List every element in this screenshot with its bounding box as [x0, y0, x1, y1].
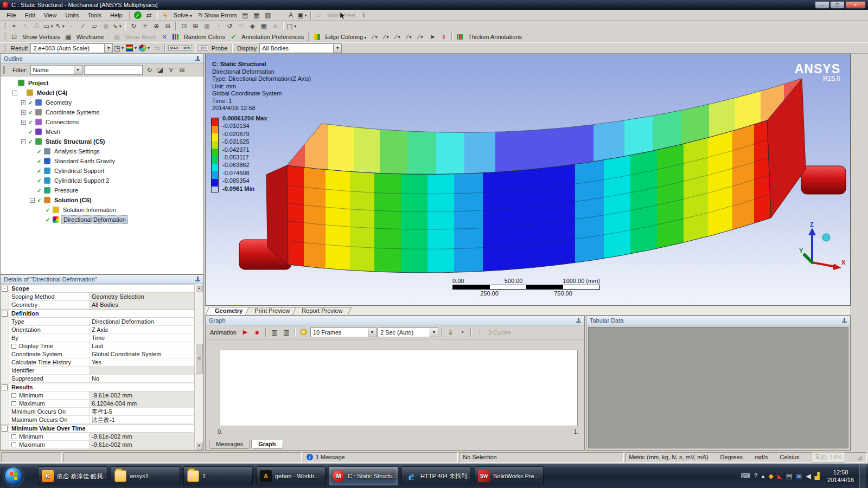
vertex-filter-icon[interactable]: ∙: [66, 21, 77, 31]
taskbar-item-kuwo[interactable]: K依恋-蔡淳佳-酷我...: [38, 466, 107, 486]
tree-expander-icon[interactable]: −: [21, 139, 26, 144]
filter-tree-icon[interactable]: ⋎: [166, 65, 177, 75]
new-chart-icon[interactable]: ▦: [251, 10, 262, 20]
tree-expander-icon[interactable]: −: [12, 91, 17, 95]
label-pick-icon[interactable]: ⌖: [9, 21, 20, 31]
show-vertices-button[interactable]: Show Vertices: [20, 34, 62, 40]
taskbar-item-workbench[interactable]: Ageban - Workb...: [256, 466, 326, 486]
restore-button[interactable]: □: [830, 1, 845, 9]
taskbar-item-ie[interactable]: eHTTP 404 未找到...: [401, 466, 471, 486]
edge-filter-icon[interactable]: ∕: [78, 21, 88, 31]
filter-type-select[interactable]: Name ▼: [30, 65, 82, 75]
menu-units[interactable]: Units: [61, 11, 83, 20]
display-select[interactable]: All Bodies▼: [259, 43, 342, 53]
zoom-out-icon[interactable]: ⊖: [162, 21, 173, 31]
new-section-plane-icon[interactable]: ▤: [240, 10, 251, 20]
details-row-minimum[interactable]: Minimum-9.61e-002 mm: [1, 391, 194, 400]
orientation-triad[interactable]: ZXY: [793, 221, 847, 275]
probe-button[interactable]: Probe: [209, 45, 229, 52]
outline-header[interactable]: Outline: [1, 54, 203, 63]
checkbox[interactable]: [11, 401, 16, 406]
details-row-identifier[interactable]: Identifier: [1, 367, 194, 375]
tree-item-mesh[interactable]: −✓Mesh: [1, 127, 203, 137]
checkbox[interactable]: [11, 393, 16, 398]
toolbar-grip[interactable]: [4, 33, 7, 41]
tray-volume-icon[interactable]: ◀: [806, 472, 811, 480]
tree-item-cylindrical-support[interactable]: −✓Cylindrical Support: [1, 166, 203, 176]
viewports-icon[interactable]: ▢▼: [286, 21, 297, 31]
tree-expander-icon[interactable]: +: [21, 100, 26, 105]
tray-help-icon[interactable]: ?: [754, 472, 758, 480]
details-scrollbar[interactable]: ▲ ▼: [194, 284, 203, 450]
wireframe-icon[interactable]: ▦: [63, 32, 74, 42]
details-row-by[interactable]: ByTime: [1, 334, 194, 342]
details-row-minimum-occurs-on[interactable]: Minimum Occurs On零件1-5: [1, 408, 194, 416]
details-value[interactable]: Last: [90, 342, 194, 350]
tab-print-preview[interactable]: Print Preview: [247, 307, 297, 315]
frames-select[interactable]: 10 Frames▼: [310, 328, 376, 337]
menu-help[interactable]: Help: [106, 11, 127, 20]
angular-velocity-unit[interactable]: rad/s: [755, 454, 768, 460]
zoom-time-icon[interactable]: ◔: [457, 328, 468, 337]
details-row-coordinate-system[interactable]: Coordinate SystemGlobal Coordinate Syste…: [1, 350, 194, 358]
annotation-preferences-icon[interactable]: ✓: [228, 32, 239, 42]
show-errors-button[interactable]: ?/ Show Errors: [195, 12, 239, 18]
annotation-preferences-button[interactable]: Annotation Preferences: [239, 34, 306, 40]
details-value[interactable]: 零件1-5: [90, 408, 194, 416]
tree-item-directional-deformation[interactable]: −✓Directional Deformation: [1, 215, 203, 224]
scroll-up-icon[interactable]: ▲: [195, 284, 203, 292]
tree-item-model-c4[interactable]: −✓Model (C4): [1, 88, 203, 98]
min-flag-icon[interactable]: MIN: [181, 43, 193, 53]
max-flag-icon[interactable]: MAX: [168, 43, 181, 53]
temperature-unit[interactable]: Celsius: [780, 454, 800, 460]
distributed-frames-icon[interactable]: ▥: [269, 328, 280, 337]
tree-item-solution-c6[interactable]: −✓Solution (C6): [1, 195, 203, 205]
graphics-viewport[interactable]: C: Static StructuralDirectional Deformat…: [205, 54, 851, 306]
zoom-icon[interactable]: ⊕: [151, 21, 162, 31]
geometry-display-icon[interactable]: ◳▼: [113, 43, 125, 53]
angle-unit[interactable]: Degrees: [720, 454, 743, 460]
tree-expander-icon[interactable]: +: [21, 110, 26, 115]
details-header[interactable]: Details of "Directional Deformation": [1, 275, 203, 284]
tree-item-project[interactable]: −✓Project: [1, 78, 203, 88]
checkbox[interactable]: [11, 442, 16, 447]
details-row-geometry[interactable]: GeometryAll Bodies: [1, 301, 194, 309]
details-value[interactable]: No: [90, 375, 194, 383]
previous-view-icon[interactable]: ↺: [224, 21, 235, 31]
tab-geometry[interactable]: Geometry: [207, 307, 250, 315]
details-row-calculate-time-history[interactable]: Calculate Time HistoryYes: [1, 358, 194, 367]
start-button[interactable]: [4, 467, 23, 485]
tree-item-coordinate-systems[interactable]: +✓Coordinate Systems: [1, 107, 203, 117]
status-message-segment[interactable]: i 1 Message: [303, 452, 458, 463]
image-capture-icon[interactable]: ▣▼: [297, 10, 308, 20]
pin-icon[interactable]: [195, 277, 200, 282]
thicken-annotations-button[interactable]: Thicken Annotations: [466, 34, 524, 40]
unit-system[interactable]: Metric (mm, kg, N, s, mV, mA): [629, 454, 708, 460]
tab-report-preview[interactable]: Report Preview: [294, 307, 350, 315]
taskbar-item-folder[interactable]: ansys1: [111, 466, 180, 486]
stop-icon[interactable]: ■: [252, 328, 263, 337]
tree-item-geometry[interactable]: +✓Geometry: [1, 98, 203, 107]
toolbar-grip[interactable]: [3, 66, 6, 74]
details-row-suppressed[interactable]: SuppressedNo: [1, 375, 194, 383]
wireframe-button[interactable]: Wireframe: [74, 34, 106, 40]
tray-sync-icon[interactable]: ▣: [796, 472, 802, 480]
edge-option-5-icon[interactable]: ∕▼: [416, 32, 426, 42]
tree-item-cylindrical-support-2[interactable]: −✓Cylindrical Support 2: [1, 176, 203, 185]
tray-clipboard-icon[interactable]: ▤: [786, 472, 792, 480]
duration-select[interactable]: 2 Sec (Auto)▼: [378, 328, 438, 337]
details-value[interactable]: 法兰改-1: [90, 416, 194, 424]
taskbar-item-folder[interactable]: 1: [183, 466, 253, 486]
random-colors-icon[interactable]: [170, 32, 181, 42]
scroll-thumb[interactable]: [195, 344, 203, 374]
tray-network-icon[interactable]: ▟: [815, 472, 820, 480]
scroll-down-icon[interactable]: ▼: [195, 442, 203, 450]
thicken-annotations-icon[interactable]: [455, 32, 465, 42]
zoom-fit-icon[interactable]: ◎: [201, 21, 212, 31]
solve-icon[interactable]: ϟ: [160, 10, 171, 20]
details-value[interactable]: Time: [90, 334, 194, 342]
text-annotation-icon[interactable]: A: [285, 10, 296, 20]
menu-file[interactable]: File: [2, 11, 21, 20]
details-section-minimum-value-over-time[interactable]: Minimum Value Over Time: [1, 424, 194, 433]
edge-option-4-icon[interactable]: ∕▼: [404, 32, 415, 42]
